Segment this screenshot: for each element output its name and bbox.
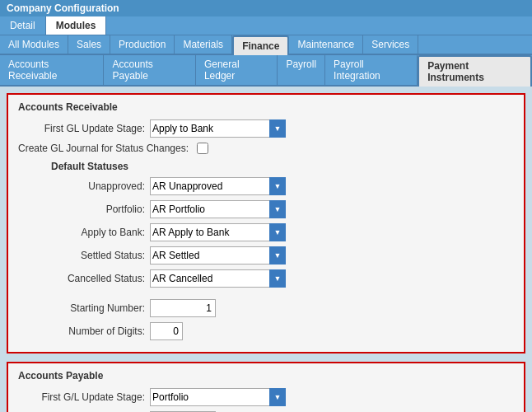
ar-num-digits-row: Number of Digits:: [18, 322, 514, 340]
ar-unapproved-control: AR Unapproved: [150, 177, 286, 195]
ar-apply-to-bank-select-wrapper: AR Apply to Bank: [150, 223, 286, 241]
ar-portfolio-select-wrapper: AR Portfolio: [150, 200, 286, 218]
ar-portfolio-control: AR Portfolio: [150, 200, 286, 218]
ar-portfolio-row: Portfolio: AR Portfolio: [18, 200, 514, 218]
ar-unapproved-select[interactable]: AR Unapproved: [150, 177, 286, 195]
ar-create-gl-checkbox[interactable]: [197, 143, 208, 154]
ar-apply-to-bank-label: Apply to Bank:: [18, 227, 150, 238]
ar-create-gl-control: [194, 143, 208, 154]
tab-accounts-payable[interactable]: Accounts Payable: [104, 55, 195, 85]
title-bar: Company Configuration: [0, 0, 532, 16]
ar-cancelled-select-wrapper: AR Cancelled: [150, 269, 286, 288]
ar-cancelled-row: Cancelled Status: AR Cancelled: [18, 269, 514, 288]
ar-unapproved-select-wrapper: AR Unapproved: [150, 177, 286, 195]
ar-num-digits-label: Number of Digits:: [18, 325, 150, 337]
ar-section: Accounts Receivable First GL Update Stag…: [7, 93, 525, 353]
ar-settled-control: AR Settled: [150, 246, 286, 265]
bottom-tab-bar: Accounts Receivable Accounts Payable Gen…: [0, 55, 532, 87]
ap-section: Accounts Payable First G/L Update Stage:…: [7, 362, 525, 412]
ar-apply-to-bank-select[interactable]: AR Apply to Bank: [150, 223, 286, 241]
ar-apply-to-bank-row: Apply to Bank: AR Apply to Bank: [18, 223, 514, 241]
top-tab-bar: Detail Modules: [0, 16, 532, 35]
ar-portfolio-select[interactable]: AR Portfolio: [150, 200, 286, 218]
ar-first-gl-control: Apply to Bank: [150, 119, 286, 138]
ap-first-gl-select-wrapper: Portfolio: [150, 388, 286, 406]
ar-starting-number-label: Starting Number:: [18, 302, 150, 314]
ar-first-gl-select-wrapper: Apply to Bank: [150, 119, 286, 138]
ap-first-gl-control: Portfolio: [150, 388, 286, 406]
tab-materials[interactable]: Materials: [175, 35, 232, 54]
ap-first-gl-row: First G/L Update Stage: Portfolio: [18, 388, 514, 406]
ar-create-gl-row: Create GL Journal for Status Changes:: [18, 143, 514, 154]
ar-cancelled-control: AR Cancelled: [150, 269, 286, 288]
ar-create-gl-label: Create GL Journal for Status Changes:: [18, 143, 194, 154]
ar-settled-row: Settled Status: AR Settled: [18, 246, 514, 265]
ar-unapproved-label: Unapproved:: [18, 180, 150, 192]
tab-accounts-receivable[interactable]: Accounts Receivable: [0, 55, 104, 85]
ar-first-gl-row: First GL Update Stage: Apply to Bank: [18, 119, 514, 138]
ar-starting-number-input[interactable]: [150, 299, 216, 317]
ar-num-digits-input[interactable]: [150, 322, 183, 340]
ar-settled-select[interactable]: AR Settled: [150, 246, 286, 265]
ar-num-digits-control: [150, 322, 183, 340]
ar-first-gl-label: First GL Update Stage:: [18, 123, 150, 134]
ar-cancelled-label: Cancelled Status:: [18, 273, 150, 284]
app-title: Company Configuration: [7, 2, 119, 14]
default-statuses-title: Default Statuses: [51, 161, 514, 172]
ar-starting-number-row: Starting Number:: [18, 299, 514, 317]
middle-tab-bar: All Modules Sales Production Materials F…: [0, 35, 532, 55]
tab-all-modules[interactable]: All Modules: [0, 35, 68, 54]
tab-finance[interactable]: Finance: [232, 35, 289, 55]
tab-production[interactable]: Production: [110, 35, 175, 54]
ar-apply-to-bank-control: AR Apply to Bank: [150, 223, 286, 241]
ar-settled-select-wrapper: AR Settled: [150, 246, 286, 265]
ar-section-title: Accounts Receivable: [18, 101, 514, 113]
tab-detail[interactable]: Detail: [0, 16, 46, 35]
tab-services[interactable]: Services: [363, 35, 418, 54]
tab-payment-instruments[interactable]: Payment Instruments: [418, 55, 532, 87]
ar-first-gl-select[interactable]: Apply to Bank: [150, 119, 286, 138]
tab-sales[interactable]: Sales: [68, 35, 110, 54]
tab-payroll[interactable]: Payroll: [278, 55, 325, 85]
ar-portfolio-label: Portfolio:: [18, 204, 150, 215]
ar-settled-label: Settled Status:: [18, 250, 150, 261]
ap-section-title: Accounts Payable: [18, 370, 514, 382]
tab-payroll-integration[interactable]: Payroll Integration: [325, 55, 418, 85]
ar-starting-number-control: [150, 299, 216, 317]
ar-unapproved-row: Unapproved: AR Unapproved: [18, 177, 514, 195]
main-content: Accounts Receivable First GL Update Stag…: [0, 87, 532, 412]
tab-maintenance[interactable]: Maintenance: [289, 35, 363, 54]
ar-cancelled-select[interactable]: AR Cancelled: [150, 269, 286, 288]
ap-first-gl-label: First G/L Update Stage:: [18, 391, 150, 403]
ap-first-gl-select[interactable]: Portfolio: [150, 388, 286, 406]
tab-modules[interactable]: Modules: [46, 16, 107, 35]
tab-general-ledger[interactable]: General Ledger: [196, 55, 278, 85]
